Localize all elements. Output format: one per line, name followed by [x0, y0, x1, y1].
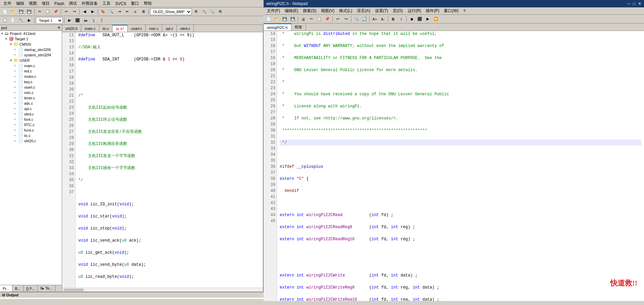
menu-view[interactable]: 视图 [27, 0, 39, 7]
menu-flash[interactable]: Flash [52, 1, 66, 7]
nm-settings[interactable]: 设置(T) [373, 7, 390, 14]
nm-help[interactable]: ? [461, 8, 468, 14]
indent-btn[interactable]: ⇥ [116, 8, 123, 15]
cut-btn[interactable]: ✂ [36, 8, 43, 15]
nm-format[interactable]: 格式(L) [337, 7, 354, 14]
tab-frame[interactable]: 框架 [291, 23, 306, 31]
tab-spic[interactable]: spi.c [162, 25, 177, 32]
save-all-btn[interactable]: 💾 [26, 8, 33, 15]
menu-file[interactable]: 文件 [1, 0, 13, 7]
tree-adc[interactable]: + 📄 adc.c [0, 101, 62, 106]
left-code-content[interactable]: #define SDA_OUT_L (GPIOB->ODR &= ~(1 << … [76, 32, 263, 288]
align-btn[interactable]: ≡ [132, 8, 139, 15]
target-select[interactable]: Target 1 [36, 17, 63, 24]
tree-target[interactable]: ▼ 🎯 Target 1 [0, 36, 62, 42]
tree-timer[interactable]: + 📄 timer.c [0, 95, 62, 101]
nt-paste[interactable]: 📌 [324, 16, 331, 22]
tree-font[interactable]: + 📄 font.c [0, 117, 62, 122]
open-btn[interactable]: 📂 [9, 8, 17, 15]
nav-back[interactable]: ◀ [81, 8, 88, 15]
tab-nvicc[interactable]: nvic.c [146, 25, 162, 32]
nav-fwd[interactable]: ▶ [89, 8, 96, 15]
nt-rec[interactable]: ⏺ [408, 16, 415, 22]
nt-print[interactable]: 🖨 [300, 16, 307, 22]
nt-replace[interactable]: 🔄 [361, 16, 368, 22]
nm-edit[interactable]: 编辑(E) [283, 7, 300, 14]
t2-btn1[interactable]: 📋 [1, 17, 9, 24]
tree-nvic[interactable]: + 📄 nvic.c [0, 90, 62, 95]
nt-copy[interactable]: 📋 [316, 16, 323, 22]
new-btn[interactable]: 📄 [1, 8, 9, 15]
right-code-editor[interactable]: 1415161718 1920212223 2425262728 2930313… [264, 31, 644, 301]
menu-svcs[interactable]: SVCS [113, 1, 128, 7]
options-btn[interactable]: ⚙ [217, 8, 224, 15]
step-btn[interactable]: ⏭ [82, 17, 89, 24]
run-btn[interactable]: ▶ [66, 17, 73, 24]
stop-btn[interactable]: ⬛ [74, 17, 81, 24]
nt-stop[interactable]: ⬛ [416, 16, 423, 22]
save-btn[interactable]: 💾 [17, 8, 25, 15]
menu-peripherals[interactable]: 外围设备 [80, 0, 100, 7]
redo-btn[interactable]: ↪ [71, 8, 78, 15]
find-btn[interactable]: 🔍 [107, 8, 115, 15]
nm-plugin[interactable]: 插件(P) [424, 7, 441, 14]
nt-new[interactable]: 📄 [265, 16, 272, 22]
nt-run[interactable]: ⏩ [432, 16, 440, 22]
tree-iic[interactable]: + 📄 iic.c [0, 133, 62, 138]
nt-italic[interactable]: I [398, 16, 405, 22]
align2-btn[interactable]: ≣ [140, 8, 147, 15]
tree-cmsis[interactable]: ▼ 📁 CMSIS [0, 42, 62, 47]
paste-btn[interactable]: 📌 [52, 8, 59, 15]
nt-find[interactable]: 🔍 [353, 16, 360, 22]
tree-main[interactable]: + 📄 main.c [0, 63, 62, 68]
nt-save[interactable]: 💾 [281, 16, 288, 22]
tree-sht20[interactable]: + 📄 sht20.c [0, 138, 62, 144]
nm-language[interactable]: 语言(A) [355, 7, 372, 14]
bookmark-btn[interactable]: 🔖 [99, 8, 107, 15]
panel-close[interactable]: ✕ [57, 26, 60, 30]
nt-undo[interactable]: ↩ [334, 16, 341, 22]
left-code-area[interactable]: 1112131415 1617181920 2122232425 2627282… [62, 32, 263, 288]
search-btn[interactable]: 🔍 [209, 8, 216, 15]
nt-zoom-in[interactable]: A+ [371, 16, 378, 22]
nm-file[interactable]: 文件(F) [265, 7, 282, 14]
undo-btn[interactable]: ↩ [62, 8, 70, 15]
config-btn[interactable]: ⚙ [192, 8, 200, 15]
tab-b[interactable]: B... [12, 285, 24, 292]
nt-saveall[interactable]: 💾 [289, 16, 296, 22]
tree-key[interactable]: + 📄 key.c [0, 79, 62, 85]
tree-funs[interactable]: + 📄 funs.c [0, 128, 62, 133]
outdent-btn[interactable]: ⇤ [124, 8, 131, 15]
tab-iich[interactable]: iic.h* [112, 25, 128, 32]
maximize-btn[interactable]: □ [633, 1, 635, 6]
menu-tools[interactable]: 工具 [100, 0, 112, 7]
t2-btn3[interactable]: 🔧 [17, 17, 25, 24]
tree-user[interactable]: ▼ 📁 USER [0, 58, 62, 63]
nt-play[interactable]: ▶ [424, 16, 431, 22]
t2-btn2[interactable]: 📑 [9, 17, 17, 24]
nt-redo[interactable]: ↪ [342, 16, 350, 22]
tree-project[interactable]: ▼ 🗂 Project: 411test [0, 31, 62, 36]
tab-sht20h[interactable]: sht20.h [62, 25, 81, 32]
nm-run[interactable]: 运行(R) [406, 7, 423, 14]
nm-view[interactable]: 视图(V) [319, 7, 336, 14]
left-hscrollbar[interactable] [62, 288, 263, 292]
tree-rtc[interactable]: + 📄 RTC.c [0, 122, 62, 128]
nt-open[interactable]: 📂 [273, 16, 280, 22]
minimize-btn[interactable]: ─ [627, 1, 630, 6]
nm-window[interactable]: 窗口(W) [442, 7, 460, 14]
nt-bold[interactable]: B [389, 16, 397, 22]
nm-search[interactable]: 搜索(S) [301, 7, 318, 14]
menu-debug[interactable]: 调试 [67, 0, 79, 7]
nm-macro[interactable]: 宏(O) [391, 7, 405, 14]
t2-btn4[interactable]: ▶ [26, 17, 33, 24]
tree-oled[interactable]: + 📄 oled.c [0, 111, 62, 117]
tree-led[interactable]: + 📄 led.c [0, 68, 62, 74]
tab-te[interactable]: 0▸ Te... [38, 285, 55, 292]
menu-edit[interactable]: 编辑 [14, 0, 26, 7]
tab-usartc[interactable]: usart.c [128, 25, 146, 32]
close-btn[interactable]: ✕ [638, 1, 641, 6]
tab-mainc[interactable]: main.c [81, 25, 99, 32]
menu-help[interactable]: 帮助 [142, 0, 154, 7]
target-dropdown[interactable]: OLED_Show_BMP [150, 8, 192, 15]
